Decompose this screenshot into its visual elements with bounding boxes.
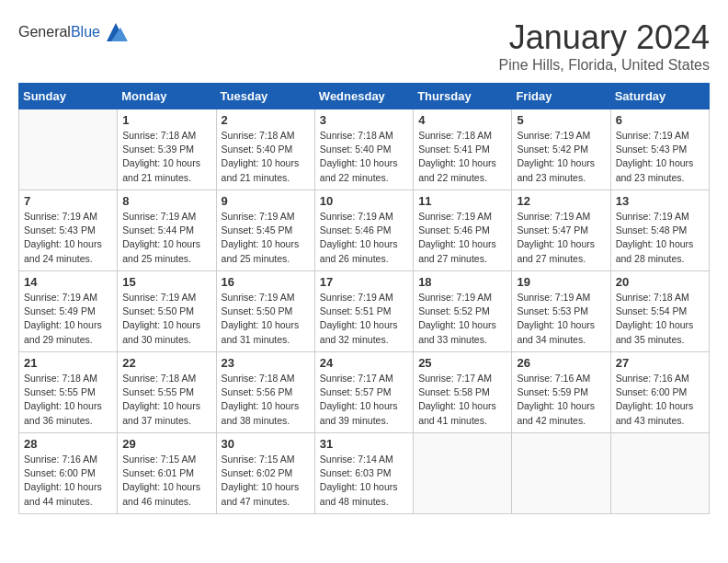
- day-number: 24: [320, 356, 408, 370]
- header-day-saturday: Saturday: [610, 84, 709, 109]
- day-number: 18: [418, 275, 506, 289]
- calendar-cell: 9Sunrise: 7:19 AMSunset: 5:45 PMDaylight…: [216, 190, 314, 271]
- day-number: 30: [222, 437, 310, 451]
- calendar-cell: 20Sunrise: 7:18 AMSunset: 5:54 PMDayligh…: [610, 271, 709, 352]
- day-info: Sunrise: 7:14 AMSunset: 6:03 PMDaylight:…: [320, 453, 408, 509]
- day-info: Sunrise: 7:19 AMSunset: 5:50 PMDaylight:…: [222, 291, 310, 347]
- day-info: Sunrise: 7:19 AMSunset: 5:42 PMDaylight:…: [517, 129, 605, 185]
- day-number: 22: [122, 356, 210, 370]
- day-info: Sunrise: 7:19 AMSunset: 5:45 PMDaylight:…: [222, 210, 310, 266]
- calendar-cell: 16Sunrise: 7:19 AMSunset: 5:50 PMDayligh…: [216, 271, 314, 352]
- calendar-cell: 15Sunrise: 7:19 AMSunset: 5:50 PMDayligh…: [118, 271, 216, 352]
- day-info: Sunrise: 7:19 AMSunset: 5:47 PMDaylight:…: [517, 210, 605, 266]
- header-day-tuesday: Tuesday: [216, 84, 314, 109]
- day-number: 4: [418, 113, 506, 127]
- week-row-4: 21Sunrise: 7:18 AMSunset: 5:55 PMDayligh…: [19, 352, 710, 433]
- calendar-cell: 24Sunrise: 7:17 AMSunset: 5:57 PMDayligh…: [314, 352, 413, 433]
- calendar-cell: [414, 433, 512, 514]
- day-number: 16: [222, 275, 310, 289]
- page-header: GeneralBlue January 2024 Pine Hills, Flo…: [18, 18, 710, 74]
- header-day-thursday: Thursday: [414, 84, 512, 109]
- day-info: Sunrise: 7:18 AMSunset: 5:40 PMDaylight:…: [222, 129, 310, 185]
- header-day-friday: Friday: [512, 84, 610, 109]
- calendar-cell: 8Sunrise: 7:19 AMSunset: 5:44 PMDaylight…: [118, 190, 216, 271]
- week-row-3: 14Sunrise: 7:19 AMSunset: 5:49 PMDayligh…: [19, 271, 710, 352]
- day-info: Sunrise: 7:19 AMSunset: 5:43 PMDaylight:…: [616, 129, 704, 185]
- day-number: 6: [616, 113, 704, 127]
- header-day-sunday: Sunday: [19, 84, 118, 109]
- calendar-cell: 2Sunrise: 7:18 AMSunset: 5:40 PMDaylight…: [216, 109, 314, 190]
- calendar-table: SundayMondayTuesdayWednesdayThursdayFrid…: [18, 83, 710, 514]
- day-number: 3: [320, 113, 408, 127]
- calendar-cell: 30Sunrise: 7:15 AMSunset: 6:02 PMDayligh…: [216, 433, 314, 514]
- calendar-cell: 7Sunrise: 7:19 AMSunset: 5:43 PMDaylight…: [19, 190, 118, 271]
- day-info: Sunrise: 7:16 AMSunset: 5:59 PMDaylight:…: [517, 372, 605, 428]
- day-number: 10: [320, 194, 408, 208]
- day-info: Sunrise: 7:19 AMSunset: 5:46 PMDaylight:…: [418, 210, 506, 266]
- day-info: Sunrise: 7:15 AMSunset: 6:02 PMDaylight:…: [222, 453, 310, 509]
- day-number: 17: [320, 275, 408, 289]
- day-info: Sunrise: 7:19 AMSunset: 5:51 PMDaylight:…: [320, 291, 408, 347]
- calendar-cell: 5Sunrise: 7:19 AMSunset: 5:42 PMDaylight…: [512, 109, 610, 190]
- day-number: 11: [418, 194, 506, 208]
- day-info: Sunrise: 7:19 AMSunset: 5:52 PMDaylight:…: [418, 291, 506, 347]
- day-number: 29: [122, 437, 210, 451]
- day-number: 5: [517, 113, 605, 127]
- calendar-cell: 1Sunrise: 7:18 AMSunset: 5:39 PMDaylight…: [118, 109, 216, 190]
- day-info: Sunrise: 7:19 AMSunset: 5:46 PMDaylight:…: [320, 210, 408, 266]
- logo-blue-text: Blue: [71, 24, 100, 40]
- calendar-cell: 4Sunrise: 7:18 AMSunset: 5:41 PMDaylight…: [414, 109, 512, 190]
- day-number: 1: [122, 113, 210, 127]
- day-info: Sunrise: 7:18 AMSunset: 5:39 PMDaylight:…: [122, 129, 210, 185]
- calendar-cell: 13Sunrise: 7:19 AMSunset: 5:48 PMDayligh…: [610, 190, 709, 271]
- day-number: 2: [222, 113, 310, 127]
- calendar-cell: [19, 109, 118, 190]
- calendar-cell: 3Sunrise: 7:18 AMSunset: 5:40 PMDaylight…: [314, 109, 413, 190]
- header-row: SundayMondayTuesdayWednesdayThursdayFrid…: [19, 84, 710, 109]
- header-day-wednesday: Wednesday: [314, 84, 413, 109]
- logo-general-text: General: [18, 24, 71, 40]
- location: Pine Hills, Florida, United States: [499, 57, 710, 74]
- day-info: Sunrise: 7:19 AMSunset: 5:43 PMDaylight:…: [24, 210, 112, 266]
- calendar-cell: [610, 433, 709, 514]
- calendar-cell: 31Sunrise: 7:14 AMSunset: 6:03 PMDayligh…: [314, 433, 413, 514]
- day-number: 19: [517, 275, 605, 289]
- calendar-cell: 6Sunrise: 7:19 AMSunset: 5:43 PMDaylight…: [610, 109, 709, 190]
- day-info: Sunrise: 7:18 AMSunset: 5:40 PMDaylight:…: [320, 129, 408, 185]
- day-info: Sunrise: 7:17 AMSunset: 5:58 PMDaylight:…: [418, 372, 506, 428]
- day-number: 13: [616, 194, 704, 208]
- calendar-cell: 18Sunrise: 7:19 AMSunset: 5:52 PMDayligh…: [414, 271, 512, 352]
- day-number: 31: [320, 437, 408, 451]
- day-number: 7: [24, 194, 112, 208]
- day-info: Sunrise: 7:19 AMSunset: 5:53 PMDaylight:…: [517, 291, 605, 347]
- day-info: Sunrise: 7:18 AMSunset: 5:55 PMDaylight:…: [24, 372, 112, 428]
- day-info: Sunrise: 7:17 AMSunset: 5:57 PMDaylight:…: [320, 372, 408, 428]
- day-info: Sunrise: 7:18 AMSunset: 5:56 PMDaylight:…: [222, 372, 310, 428]
- day-number: 8: [122, 194, 210, 208]
- calendar-cell: 21Sunrise: 7:18 AMSunset: 5:55 PMDayligh…: [19, 352, 118, 433]
- calendar-cell: 23Sunrise: 7:18 AMSunset: 5:56 PMDayligh…: [216, 352, 314, 433]
- calendar-cell: 25Sunrise: 7:17 AMSunset: 5:58 PMDayligh…: [414, 352, 512, 433]
- week-row-1: 1Sunrise: 7:18 AMSunset: 5:39 PMDaylight…: [19, 109, 710, 190]
- day-number: 14: [24, 275, 112, 289]
- day-info: Sunrise: 7:19 AMSunset: 5:50 PMDaylight:…: [122, 291, 210, 347]
- day-info: Sunrise: 7:16 AMSunset: 6:00 PMDaylight:…: [616, 372, 704, 428]
- day-number: 12: [517, 194, 605, 208]
- calendar-cell: 19Sunrise: 7:19 AMSunset: 5:53 PMDayligh…: [512, 271, 610, 352]
- day-info: Sunrise: 7:15 AMSunset: 6:01 PMDaylight:…: [122, 453, 210, 509]
- calendar-cell: 27Sunrise: 7:16 AMSunset: 6:00 PMDayligh…: [610, 352, 709, 433]
- day-number: 26: [517, 356, 605, 370]
- day-info: Sunrise: 7:16 AMSunset: 6:00 PMDaylight:…: [24, 453, 112, 509]
- calendar-cell: 11Sunrise: 7:19 AMSunset: 5:46 PMDayligh…: [414, 190, 512, 271]
- calendar-cell: 12Sunrise: 7:19 AMSunset: 5:47 PMDayligh…: [512, 190, 610, 271]
- calendar-cell: 26Sunrise: 7:16 AMSunset: 5:59 PMDayligh…: [512, 352, 610, 433]
- calendar-cell: 28Sunrise: 7:16 AMSunset: 6:00 PMDayligh…: [19, 433, 118, 514]
- day-number: 20: [616, 275, 704, 289]
- day-info: Sunrise: 7:19 AMSunset: 5:49 PMDaylight:…: [24, 291, 112, 347]
- header-day-monday: Monday: [118, 84, 216, 109]
- calendar-cell: 14Sunrise: 7:19 AMSunset: 5:49 PMDayligh…: [19, 271, 118, 352]
- calendar-cell: 29Sunrise: 7:15 AMSunset: 6:01 PMDayligh…: [118, 433, 216, 514]
- calendar-cell: 10Sunrise: 7:19 AMSunset: 5:46 PMDayligh…: [314, 190, 413, 271]
- day-number: 15: [122, 275, 210, 289]
- day-info: Sunrise: 7:19 AMSunset: 5:48 PMDaylight:…: [616, 210, 704, 266]
